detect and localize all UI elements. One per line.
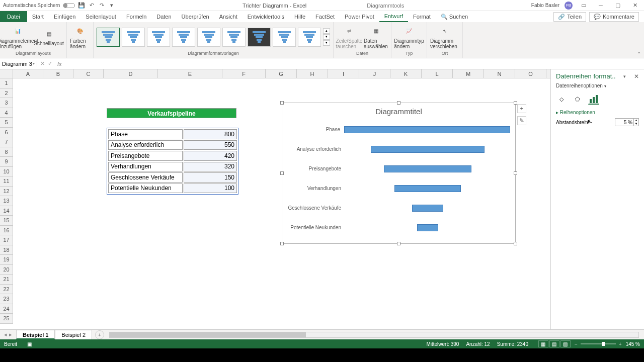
resize-handle[interactable] [280,101,284,105]
row-header[interactable]: 24 [0,304,13,314]
tab-nav-prev-icon[interactable]: ◂ [4,331,7,338]
col-header[interactable]: G [266,69,297,78]
style-scroll-icon[interactable]: ▾ [323,34,330,40]
collapse-ribbon-icon[interactable]: ⌃ [637,51,641,57]
qat-dropdown-icon[interactable]: ▾ [108,2,115,9]
close-pane-icon[interactable]: ✕ [634,73,639,80]
move-chart-button[interactable]: ➴ Diagramm verschieben [430,25,459,49]
tab-formeln[interactable]: Formeln [121,11,151,22]
tab-ansicht[interactable]: Ansicht [214,11,243,22]
style-scroll-icon[interactable]: ▴ [323,28,330,34]
row-header[interactable]: 21 [0,275,13,285]
row-header[interactable]: 22 [0,285,13,295]
row-header[interactable]: 23 [0,294,13,304]
share-button[interactable]: 🔗 Teilen [553,12,586,22]
tab-entwurf[interactable]: Entwurf [379,11,408,22]
worksheet[interactable]: ABCDEFGHIJKLMNO 123456789101112131415161… [0,69,550,329]
tab-entwicklertools[interactable]: Entwicklertools [243,11,289,22]
cell-label[interactable]: Phase [108,129,183,139]
cell-label[interactable]: Preisangebote [108,151,183,161]
cell-label[interactable]: Potentielle Neukunden [108,184,183,194]
series-options-icon[interactable] [588,94,599,105]
switch-row-col-button[interactable]: ⇄ Zeile/Spalte tauschen [337,25,362,49]
resize-handle[interactable] [514,101,517,105]
funnel-bar[interactable] [417,224,438,231]
col-header[interactable]: J [359,69,390,78]
page-break-icon[interactable]: ▧ [560,340,571,347]
user-avatar[interactable]: FB [565,2,573,10]
tab-factset[interactable]: FactSet [310,11,340,22]
tab-power pivot[interactable]: Power Pivot [340,11,379,22]
funnel-bar[interactable] [371,146,485,153]
chart-style-2[interactable] [122,28,145,47]
fx-icon[interactable]: fx [55,61,64,67]
select-data-button[interactable]: ▦ Daten auswählen [364,25,388,49]
autosave-toggle[interactable] [63,3,75,8]
row-header[interactable]: 20 [0,265,13,275]
resize-handle[interactable] [514,171,517,175]
row-header[interactable]: 13 [0,196,13,206]
cell-label[interactable]: Analyse erforderlich [108,140,183,150]
comments-button[interactable]: 💬 Kommentare [589,12,639,22]
resize-handle[interactable] [397,101,400,105]
undo-icon[interactable]: ↶ [88,2,95,9]
funnel-bar[interactable] [344,126,510,133]
resize-handle[interactable] [280,171,284,175]
section-label[interactable]: Reihenoptionen [560,110,595,115]
style-scroll-icon[interactable]: ▾ [323,40,330,46]
cell-value[interactable]: 100 [184,184,237,194]
chart-style-5[interactable] [197,28,220,47]
maximize-icon[interactable]: ▢ [612,2,624,9]
row-header[interactable]: 11 [0,176,13,187]
tab-start[interactable]: Start [27,11,49,22]
cell-value[interactable]: 320 [184,162,237,172]
cell-value[interactable]: 150 [184,172,237,183]
tab-format[interactable]: Format [408,11,436,22]
row-header[interactable]: 17 [0,235,13,245]
sheet-tab[interactable]: Beispiel 1 [16,330,55,339]
confirm-formula-icon[interactable]: ✓ [48,60,52,67]
col-header[interactable]: F [222,69,266,78]
select-all-corner[interactable] [0,69,13,78]
formula-input[interactable] [64,61,644,67]
row-header[interactable]: 25 [0,314,13,324]
tab-nav-next-icon[interactable]: ▸ [9,331,12,338]
fill-line-icon[interactable]: ◇ [556,94,567,105]
cell-label[interactable]: Verhandlungen [108,162,183,172]
funnel-bar[interactable] [384,165,471,172]
row-header[interactable]: 4 [0,108,13,118]
funnel-chart[interactable]: Diagrammtitel PhaseAnalyse erforderlichP… [282,103,516,244]
zoom-in-icon[interactable]: + [619,341,622,347]
row-header[interactable]: 12 [0,187,13,197]
tab-seitenlayout[interactable]: Seitenlayout [80,11,121,22]
chart-style-6[interactable] [222,28,246,47]
tab-überprüfen[interactable]: Überprüfen [177,11,214,22]
cell-value[interactable]: 550 [184,140,237,150]
zoom-level[interactable]: 145 % [626,341,640,347]
resize-handle[interactable] [397,242,400,245]
minimize-icon[interactable]: ─ [595,3,607,9]
col-header[interactable]: D [104,69,158,78]
row-header[interactable]: 19 [0,255,13,265]
row-header[interactable]: 14 [0,206,13,216]
row-header[interactable]: 7 [0,137,13,147]
normal-view-icon[interactable]: ▦ [538,340,548,347]
row-header[interactable]: 5 [0,118,13,128]
chart-title[interactable]: Diagrammtitel [282,103,515,118]
sheet-tab[interactable]: Beispiel 2 [55,330,92,339]
effects-icon[interactable]: ⬠ [572,94,583,105]
add-chart-element-button[interactable]: 📊 Diagrammelement hinzufügen [3,25,32,49]
name-box[interactable]: Diagramm 3▾ [0,61,37,67]
cell-value[interactable]: 800 [184,129,237,139]
file-tab[interactable]: Datei [0,11,27,22]
col-header[interactable]: E [158,69,222,78]
row-header[interactable]: 8 [0,147,13,157]
col-header[interactable]: N [484,69,515,78]
col-header[interactable]: K [390,69,422,78]
col-header[interactable]: C [73,69,104,78]
close-icon[interactable]: ✕ [629,2,641,9]
resize-handle[interactable] [280,242,284,245]
row-header[interactable]: 6 [0,128,13,138]
zoom-out-icon[interactable]: − [575,341,578,347]
chart-style-7[interactable] [248,28,271,47]
